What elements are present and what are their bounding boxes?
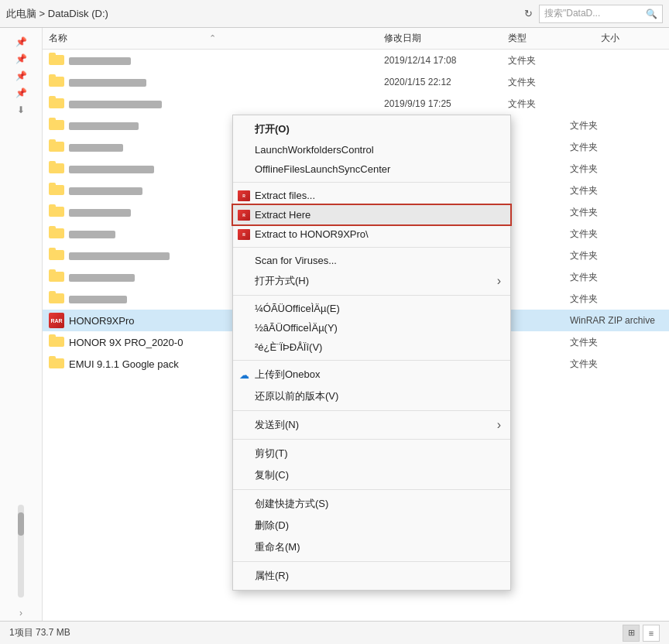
search-input-text: 搜索"DataD... xyxy=(544,7,643,20)
ctx-sep-6 xyxy=(233,439,510,440)
file-type: 文件夹 xyxy=(570,184,663,197)
folder-icon xyxy=(49,74,64,90)
ctx-sep-5 xyxy=(233,410,510,411)
file-row[interactable]: 2019/9/19 17:25 文件夹 xyxy=(43,93,669,115)
ctx-extract-to[interactable]: R Extract to HONOR9XPro\ xyxy=(233,224,510,244)
view-icons: ⊞ ≡ xyxy=(623,625,660,642)
ctx-extract-to-label: Extract to HONOR9XPro\ xyxy=(255,228,369,240)
file-type: 文件夹 xyxy=(570,163,663,176)
file-type: 文件夹 xyxy=(570,228,663,241)
column-headers: 名称 ⌃ 修改日期 类型 大小 xyxy=(43,28,669,50)
ctx-cut[interactable]: 剪切(T) xyxy=(233,443,510,464)
file-row[interactable]: 2019/12/14 17:08 文件夹 xyxy=(43,50,669,71)
ctx-sep-2 xyxy=(233,247,510,248)
file-type: 文件夹 xyxy=(570,249,663,262)
ctx-office-e[interactable]: ¼ÓÃÜOfficeÌÄµ(E) xyxy=(233,299,510,318)
ctx-restore-version[interactable]: 还原以前的版本(V) xyxy=(233,385,510,407)
sidebar-scroll-right[interactable]: › xyxy=(13,605,29,621)
ctx-launch-workfolders-label: LaunchWorkfoldersControl xyxy=(255,144,374,156)
address-bar: 此电脑 > DataDisk (D:) ↻ 搜索"DataD... 🔍 xyxy=(0,0,669,28)
ctx-copy[interactable]: 复制(C) xyxy=(233,464,510,486)
col-type-header[interactable]: 类型 xyxy=(508,32,601,45)
file-date: 2019/12/14 17:08 xyxy=(384,55,508,66)
ctx-extract-here-label: Extract Here xyxy=(255,209,310,221)
folder-icon xyxy=(49,161,64,176)
ctx-offline-sync[interactable]: OfflineFilesLaunchSyncCenter xyxy=(233,159,510,179)
folder-icon xyxy=(49,269,64,285)
ctx-open-with[interactable]: 打开方式(H) xyxy=(233,270,510,292)
ctx-rename-label: 重命名(M) xyxy=(255,541,300,553)
ctx-sep-7 xyxy=(233,489,510,490)
refresh-icon[interactable]: ↻ xyxy=(524,8,533,19)
search-box[interactable]: 搜索"DataD... 🔍 xyxy=(539,5,663,23)
ctx-sep-1 xyxy=(233,182,510,183)
search-icon: 🔍 xyxy=(646,9,657,19)
ctx-office-e-label: ¼ÓÃÜOfficeÌÄµ(E) xyxy=(255,303,340,314)
ctx-office-y[interactable]: ½âÃÜOfficeÌÄµ(Y) xyxy=(233,318,510,337)
file-name xyxy=(69,55,384,67)
ctx-send-to[interactable]: 发送到(N) xyxy=(233,414,510,436)
ctx-restore-version-label: 还原以前的版本(V) xyxy=(255,390,338,402)
file-type: WinRAR ZIP archive xyxy=(570,315,663,326)
file-name xyxy=(69,98,384,110)
sidebar-pin-4[interactable]: 📌 xyxy=(13,85,29,101)
context-menu: 打开(O) LaunchWorkfoldersControl OfflineFi… xyxy=(232,115,511,591)
ctx-extract-here[interactable]: R Extract Here xyxy=(233,205,510,224)
cloud-upload-icon: ☁ xyxy=(238,368,250,381)
ctx-launch-workfolders[interactable]: LaunchWorkfoldersControl xyxy=(233,140,510,159)
ctx-open-label: 打开(O) xyxy=(255,123,290,135)
sidebar: 📌 📌 📌 📌 ⬇ › xyxy=(0,28,43,621)
status-bar: 1项目 73.7 MB ⊞ ≡ xyxy=(0,621,669,644)
file-type: 文件夹 xyxy=(570,358,663,371)
sidebar-scroll-down[interactable]: ⬇ xyxy=(13,102,29,118)
ctx-delete-label: 删除(D) xyxy=(255,519,289,531)
file-type: 文件夹 xyxy=(570,293,663,306)
view-list-button[interactable]: ≡ xyxy=(643,625,660,642)
folder-icon xyxy=(49,226,64,242)
folder-icon xyxy=(49,183,64,198)
view-details-button[interactable]: ⊞ xyxy=(623,625,640,642)
folder-icon xyxy=(49,96,64,111)
ctx-upload-onebox[interactable]: ☁ 上传到Onebox xyxy=(233,364,510,385)
folder-icon xyxy=(49,356,64,372)
file-type: 文件夹 xyxy=(570,271,663,284)
ctx-rename[interactable]: 重命名(M) xyxy=(233,536,510,558)
col-date-header[interactable]: 修改日期 xyxy=(384,32,508,45)
ctx-delete[interactable]: 删除(D) xyxy=(233,515,510,536)
ctx-properties[interactable]: 属性(R) xyxy=(233,565,510,587)
file-row[interactable]: 2020/1/15 22:12 文件夹 xyxy=(43,71,669,93)
col-name-header[interactable]: 名称 xyxy=(49,32,209,45)
folder-icon xyxy=(49,291,64,307)
folder-icon xyxy=(49,334,64,350)
ctx-office-y-label: ½âÃÜOfficeÌÄµ(Y) xyxy=(255,322,338,334)
ctx-extract-files[interactable]: R Extract files... xyxy=(233,186,510,205)
ctx-sep-4 xyxy=(233,360,510,361)
ctx-func-v-label: ²é¿È¨ÏÞÐÅÏî(V) xyxy=(255,341,322,353)
folder-icon xyxy=(49,53,64,68)
ctx-func-v[interactable]: ²é¿È¨ÏÞÐÅÏî(V) xyxy=(233,337,510,357)
ctx-open[interactable]: 打开(O) xyxy=(233,118,510,140)
ctx-cut-label: 剪切(T) xyxy=(255,447,288,459)
sidebar-pin-1[interactable]: 📌 xyxy=(13,34,29,50)
file-date: 2019/9/19 17:25 xyxy=(384,98,508,109)
sidebar-pin-2[interactable]: 📌 xyxy=(13,51,29,67)
ctx-properties-label: 属性(R) xyxy=(255,570,289,581)
ctx-upload-onebox-label: 上传到Onebox xyxy=(255,368,321,380)
status-text: 1项目 73.7 MB xyxy=(9,626,70,639)
breadcrumb: 此电脑 > DataDisk (D:) xyxy=(6,7,108,21)
ctx-copy-label: 复制(C) xyxy=(255,469,289,481)
sidebar-pin-3[interactable]: 📌 xyxy=(13,68,29,84)
file-type: 文件夹 xyxy=(570,141,663,154)
ctx-scan-viruses[interactable]: Scan for Viruses... xyxy=(233,251,510,270)
file-date: 2020/1/15 22:12 xyxy=(384,77,508,87)
folder-icon xyxy=(49,139,64,155)
file-type: 文件夹 xyxy=(508,98,601,111)
ctx-offline-sync-label: OfflineFilesLaunchSyncCenter xyxy=(255,163,390,175)
ctx-scan-viruses-label: Scan for Viruses... xyxy=(255,255,337,266)
ctx-create-shortcut[interactable]: 创建快捷方式(S) xyxy=(233,493,510,515)
zip-icon: RAR xyxy=(49,313,64,328)
ctx-open-with-label: 打开方式(H) xyxy=(255,275,309,286)
file-type: 文件夹 xyxy=(508,54,601,67)
folder-icon xyxy=(49,118,64,133)
col-size-header[interactable]: 大小 xyxy=(601,32,663,45)
